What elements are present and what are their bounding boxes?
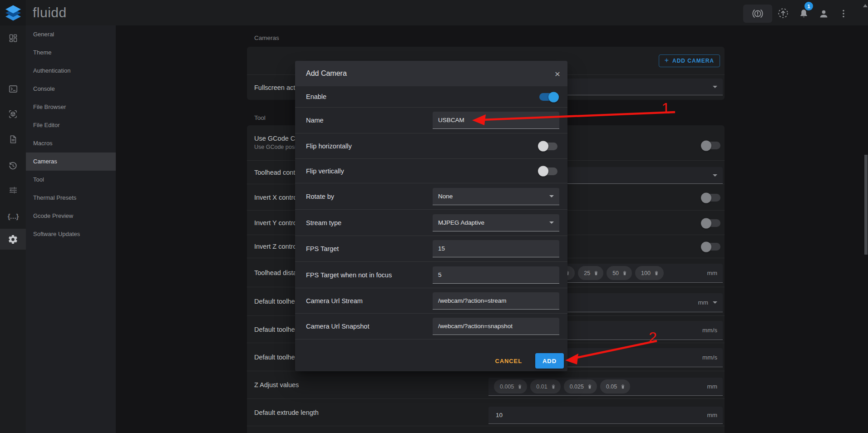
partial-row — [247, 426, 725, 433]
close-icon[interactable]: × — [555, 69, 560, 79]
update-status-button[interactable] — [777, 7, 789, 19]
fps-unfocused-value[interactable] — [438, 271, 554, 278]
fps-target-row: FPS Target — [295, 236, 567, 262]
unit-label: mm — [707, 270, 718, 276]
sidebar-item-console[interactable] — [0, 79, 26, 99]
camera-url-snapshot-value[interactable] — [438, 323, 554, 330]
settings-nav-file-browser[interactable]: File Browser — [26, 98, 116, 116]
dialog-title: Add Camera — [306, 69, 347, 78]
trash-icon[interactable] — [620, 384, 626, 389]
cancel-button[interactable]: CANCEL — [491, 353, 526, 369]
flip-horizontal-toggle[interactable] — [539, 143, 557, 150]
invert-z-toggle[interactable] — [702, 243, 720, 251]
unit-label: mm — [707, 412, 718, 418]
dialog-header: Add Camera × — [295, 61, 567, 86]
name-row: Name — [295, 108, 567, 133]
distance-chip[interactable]: 50 — [607, 266, 632, 280]
settings-nav-cameras[interactable]: Cameras — [26, 153, 116, 171]
z-adjust-chip[interactable]: 0.01 — [530, 379, 560, 394]
field-label: Flip horizontally — [306, 143, 352, 150]
enable-toggle[interactable] — [539, 93, 557, 101]
settings-nav-software-updates[interactable]: Software Updates — [26, 225, 116, 243]
settings-nav-macros[interactable]: Macros — [26, 134, 116, 153]
settings-nav-console[interactable]: Console — [26, 80, 116, 98]
z-adjust-field[interactable]: 0.005 0.01 0.025 0.05 mm — [488, 378, 723, 396]
unit-label: mm/s — [702, 354, 717, 361]
z-adjust-chip[interactable]: 0.05 — [600, 379, 630, 394]
use-gcode-toggle[interactable] — [702, 142, 720, 149]
z-adjust-chip[interactable]: 0.005 — [494, 379, 527, 394]
fps-unfocused-row: FPS Target when not in focus — [295, 262, 567, 288]
console-icon — [8, 84, 18, 94]
scrollbar-up-arrow[interactable] — [863, 4, 868, 7]
field-label: FPS Target when not in focus — [306, 271, 392, 279]
name-input[interactable] — [433, 112, 559, 129]
notification-badge: 1 — [804, 2, 813, 10]
distance-chip[interactable]: 25 — [578, 266, 603, 280]
trash-icon[interactable] — [587, 384, 592, 389]
sidebar-item-macros[interactable]: {…} — [0, 206, 26, 226]
dots-vertical-icon — [838, 8, 848, 19]
emergency-stop-button[interactable] — [743, 5, 772, 23]
field-label: Enable — [306, 93, 326, 100]
sidebar-rail: {…} — [0, 25, 26, 433]
history-icon — [8, 161, 18, 171]
name-input-value[interactable] — [438, 117, 554, 123]
extrude-length-row: Default extrude length 10 mm — [247, 399, 725, 426]
settings-nav: General Theme Authentication Console Fil… — [26, 25, 116, 433]
camera-url-snapshot-input[interactable] — [433, 318, 559, 335]
plus-icon: + — [665, 56, 669, 64]
z-adjust-chip[interactable]: 0.025 — [564, 379, 597, 394]
fluidd-app: fluidd 1 — [0, 0, 868, 433]
upload-circle-icon — [777, 7, 789, 19]
flip-vertical-toggle[interactable] — [539, 167, 557, 175]
distance-chip[interactable]: 100 — [635, 266, 664, 280]
settings-nav-general[interactable]: General — [26, 25, 116, 44]
trash-icon[interactable] — [517, 384, 523, 389]
settings-nav-thermal-presets[interactable]: Thermal Presets — [26, 189, 116, 207]
overflow-menu-button[interactable] — [838, 7, 849, 20]
url-snapshot-row: Camera Url Snapshot — [295, 314, 567, 340]
sidebar-item-dashboard[interactable] — [0, 28, 26, 48]
invert-y-toggle[interactable] — [702, 219, 720, 227]
sidebar-item-tune[interactable] — [0, 180, 26, 200]
rotate-by-select[interactable]: None — [433, 188, 559, 205]
add-button[interactable]: ADD — [535, 353, 564, 369]
trash-icon[interactable] — [593, 270, 599, 276]
field-label: Rotate by — [306, 193, 334, 200]
field-label: Flip vertically — [306, 167, 344, 175]
settings-nav-theme[interactable]: Theme — [26, 44, 116, 62]
trash-icon[interactable] — [622, 270, 627, 276]
setting-label: Z Adjust values — [254, 381, 299, 389]
camera-url-stream-value[interactable] — [438, 297, 554, 304]
sidebar-item-settings-active-tile[interactable] — [0, 229, 26, 250]
camera-url-stream-input[interactable] — [433, 292, 559, 310]
settings-nav-tool[interactable]: Tool — [26, 171, 116, 189]
cameras-section-title: Cameras — [254, 34, 279, 41]
fluidd-logo[interactable] — [0, 0, 26, 25]
gear-icon — [8, 234, 18, 245]
select-value: MJPEG Adaptive — [438, 219, 484, 226]
sidebar-item-file-browser[interactable] — [0, 129, 26, 149]
add-camera-button[interactable]: + ADD CAMERA — [659, 54, 720, 67]
fps-target-input[interactable] — [433, 240, 559, 257]
user-account-button[interactable] — [818, 8, 829, 20]
extrude-length-input[interactable]: 10 mm — [488, 407, 723, 424]
trash-icon[interactable] — [654, 270, 659, 276]
field-label: Stream type — [306, 219, 341, 226]
settings-nav-gcode-preview[interactable]: Gcode Preview — [26, 207, 116, 225]
trash-icon[interactable] — [551, 384, 556, 389]
invert-x-toggle[interactable] — [702, 194, 720, 202]
stream-type-select[interactable]: MJPEG Adaptive — [433, 214, 559, 231]
field-label: FPS Target — [306, 245, 339, 252]
chevron-down-icon — [713, 174, 717, 177]
settings-nav-file-editor[interactable]: File Editor — [26, 116, 116, 134]
field-label: Camera Url Stream — [306, 297, 363, 305]
scrollbar-thumb[interactable] — [864, 155, 868, 255]
sidebar-item-gcode-preview[interactable] — [0, 104, 26, 124]
sidebar-item-history[interactable] — [0, 156, 26, 176]
code-braces-icon: {…} — [8, 212, 19, 220]
fps-unfocused-input[interactable] — [433, 266, 559, 284]
settings-nav-authentication[interactable]: Authentication — [26, 62, 116, 80]
fps-target-value[interactable] — [438, 245, 554, 252]
